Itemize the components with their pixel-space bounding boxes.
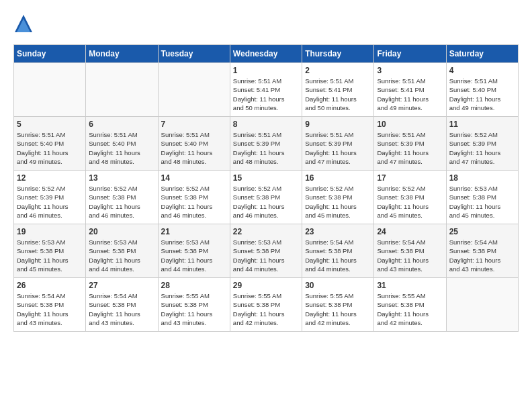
day-number: 15: [233, 173, 299, 183]
header-cell: Monday: [86, 45, 158, 63]
cell-info: Sunrise: 5:54 AM Sunset: 5:38 PM Dayligh…: [305, 238, 371, 273]
day-number: 13: [89, 173, 154, 183]
day-number: 22: [233, 227, 299, 236]
day-number: 25: [449, 227, 515, 236]
day-number: 20: [89, 227, 154, 236]
cell-info: Sunrise: 5:51 AM Sunset: 5:40 PM Dayligh…: [161, 130, 227, 166]
calendar-cell: 3Sunrise: 5:51 AM Sunset: 5:41 PM Daylig…: [374, 63, 446, 117]
cell-info: Sunrise: 5:52 AM Sunset: 5:38 PM Dayligh…: [89, 184, 154, 220]
calendar-cell: 17Sunrise: 5:52 AM Sunset: 5:38 PM Dayli…: [374, 171, 446, 224]
calendar-cell: 20Sunrise: 5:53 AM Sunset: 5:38 PM Dayli…: [86, 224, 158, 278]
header-row: SundayMondayTuesdayWednesdayThursdayFrid…: [14, 45, 519, 63]
header-cell: Tuesday: [158, 45, 230, 63]
calendar-cell: 11Sunrise: 5:52 AM Sunset: 5:39 PM Dayli…: [446, 117, 518, 171]
calendar-cell: 12Sunrise: 5:52 AM Sunset: 5:39 PM Dayli…: [14, 171, 86, 224]
cell-info: Sunrise: 5:51 AM Sunset: 5:39 PM Dayligh…: [377, 130, 443, 166]
calendar-cell: 18Sunrise: 5:53 AM Sunset: 5:38 PM Dayli…: [446, 171, 518, 224]
day-number: 19: [17, 227, 83, 236]
header-cell: Saturday: [446, 45, 518, 63]
day-number: 1: [233, 66, 299, 75]
day-number: 11: [449, 120, 515, 129]
header-cell: Sunday: [14, 45, 86, 63]
calendar-cell: 1Sunrise: 5:51 AM Sunset: 5:41 PM Daylig…: [230, 63, 302, 117]
calendar-week-row: 26Sunrise: 5:54 AM Sunset: 5:38 PM Dayli…: [14, 278, 519, 332]
day-number: 16: [305, 173, 371, 183]
calendar-cell: 28Sunrise: 5:55 AM Sunset: 5:38 PM Dayli…: [158, 278, 230, 332]
calendar-table: SundayMondayTuesdayWednesdayThursdayFrid…: [13, 44, 519, 332]
calendar-cell: 10Sunrise: 5:51 AM Sunset: 5:39 PM Dayli…: [374, 117, 446, 171]
day-number: 29: [233, 281, 299, 290]
calendar-cell: 8Sunrise: 5:51 AM Sunset: 5:39 PM Daylig…: [230, 117, 302, 171]
cell-info: Sunrise: 5:55 AM Sunset: 5:38 PM Dayligh…: [233, 291, 299, 327]
cell-info: Sunrise: 5:53 AM Sunset: 5:38 PM Dayligh…: [17, 238, 83, 273]
cell-info: Sunrise: 5:51 AM Sunset: 5:41 PM Dayligh…: [305, 77, 371, 112]
day-number: 8: [233, 120, 299, 129]
cell-info: Sunrise: 5:52 AM Sunset: 5:39 PM Dayligh…: [449, 130, 515, 166]
day-number: 30: [305, 281, 371, 290]
cell-info: Sunrise: 5:54 AM Sunset: 5:38 PM Dayligh…: [449, 238, 515, 273]
cell-info: Sunrise: 5:51 AM Sunset: 5:40 PM Dayligh…: [89, 130, 154, 166]
calendar-cell: 22Sunrise: 5:53 AM Sunset: 5:38 PM Dayli…: [230, 224, 302, 278]
calendar-cell: 24Sunrise: 5:54 AM Sunset: 5:38 PM Dayli…: [374, 224, 446, 278]
cell-info: Sunrise: 5:54 AM Sunset: 5:38 PM Dayligh…: [377, 238, 443, 273]
calendar-cell: 14Sunrise: 5:52 AM Sunset: 5:38 PM Dayli…: [158, 171, 230, 224]
cell-info: Sunrise: 5:54 AM Sunset: 5:38 PM Dayligh…: [89, 291, 154, 327]
calendar-cell: 23Sunrise: 5:54 AM Sunset: 5:38 PM Dayli…: [302, 224, 374, 278]
header-cell: Friday: [374, 45, 446, 63]
calendar-body: 1Sunrise: 5:51 AM Sunset: 5:41 PM Daylig…: [14, 63, 519, 332]
calendar-cell: 19Sunrise: 5:53 AM Sunset: 5:38 PM Dayli…: [14, 224, 86, 278]
day-number: 5: [17, 120, 83, 129]
day-number: 31: [377, 281, 443, 290]
day-number: 12: [17, 173, 83, 183]
cell-info: Sunrise: 5:51 AM Sunset: 5:39 PM Dayligh…: [305, 130, 371, 166]
day-number: 18: [449, 173, 515, 183]
day-number: 27: [89, 281, 154, 290]
day-number: 24: [377, 227, 443, 236]
day-number: 14: [161, 173, 227, 183]
day-number: 9: [305, 120, 371, 129]
day-number: 2: [305, 66, 371, 75]
calendar-week-row: 12Sunrise: 5:52 AM Sunset: 5:39 PM Dayli…: [14, 171, 519, 224]
cell-info: Sunrise: 5:53 AM Sunset: 5:38 PM Dayligh…: [233, 238, 299, 273]
calendar-cell: 21Sunrise: 5:53 AM Sunset: 5:38 PM Dayli…: [158, 224, 230, 278]
day-number: 10: [377, 120, 443, 129]
calendar-cell: [14, 63, 86, 117]
day-number: 23: [305, 227, 371, 236]
cell-info: Sunrise: 5:52 AM Sunset: 5:38 PM Dayligh…: [233, 184, 299, 220]
day-number: 26: [17, 281, 83, 290]
calendar-cell: 2Sunrise: 5:51 AM Sunset: 5:41 PM Daylig…: [302, 63, 374, 117]
day-number: 6: [89, 120, 154, 129]
cell-info: Sunrise: 5:52 AM Sunset: 5:39 PM Dayligh…: [17, 184, 83, 220]
header-cell: Thursday: [302, 45, 374, 63]
calendar-cell: 9Sunrise: 5:51 AM Sunset: 5:39 PM Daylig…: [302, 117, 374, 171]
calendar-cell: 31Sunrise: 5:55 AM Sunset: 5:38 PM Dayli…: [374, 278, 446, 332]
calendar-cell: 29Sunrise: 5:55 AM Sunset: 5:38 PM Dayli…: [230, 278, 302, 332]
cell-info: Sunrise: 5:51 AM Sunset: 5:40 PM Dayligh…: [449, 77, 515, 112]
cell-info: Sunrise: 5:51 AM Sunset: 5:41 PM Dayligh…: [233, 77, 299, 112]
cell-info: Sunrise: 5:53 AM Sunset: 5:38 PM Dayligh…: [161, 238, 227, 273]
day-number: 21: [161, 227, 227, 236]
page-header: [13, 13, 519, 34]
day-number: 7: [161, 120, 227, 129]
cell-info: Sunrise: 5:51 AM Sunset: 5:40 PM Dayligh…: [17, 130, 83, 166]
day-number: 28: [161, 281, 227, 290]
calendar-cell: 30Sunrise: 5:55 AM Sunset: 5:38 PM Dayli…: [302, 278, 374, 332]
day-number: 3: [377, 66, 443, 75]
calendar-week-row: 5Sunrise: 5:51 AM Sunset: 5:40 PM Daylig…: [14, 117, 519, 171]
cell-info: Sunrise: 5:55 AM Sunset: 5:38 PM Dayligh…: [161, 291, 227, 327]
cell-info: Sunrise: 5:54 AM Sunset: 5:38 PM Dayligh…: [17, 291, 83, 327]
calendar-cell: 13Sunrise: 5:52 AM Sunset: 5:38 PM Dayli…: [86, 171, 158, 224]
calendar-cell: 5Sunrise: 5:51 AM Sunset: 5:40 PM Daylig…: [14, 117, 86, 171]
cell-info: Sunrise: 5:53 AM Sunset: 5:38 PM Dayligh…: [449, 184, 515, 220]
cell-info: Sunrise: 5:53 AM Sunset: 5:38 PM Dayligh…: [89, 238, 154, 273]
calendar-cell: 6Sunrise: 5:51 AM Sunset: 5:40 PM Daylig…: [86, 117, 158, 171]
cell-info: Sunrise: 5:51 AM Sunset: 5:41 PM Dayligh…: [377, 77, 443, 112]
day-number: 4: [449, 66, 515, 75]
calendar-cell: 7Sunrise: 5:51 AM Sunset: 5:40 PM Daylig…: [158, 117, 230, 171]
cell-info: Sunrise: 5:52 AM Sunset: 5:38 PM Dayligh…: [377, 184, 443, 220]
cell-info: Sunrise: 5:52 AM Sunset: 5:38 PM Dayligh…: [305, 184, 371, 220]
calendar-cell: 25Sunrise: 5:54 AM Sunset: 5:38 PM Dayli…: [446, 224, 518, 278]
header-cell: Wednesday: [230, 45, 302, 63]
calendar-cell: 27Sunrise: 5:54 AM Sunset: 5:38 PM Dayli…: [86, 278, 158, 332]
cell-info: Sunrise: 5:55 AM Sunset: 5:38 PM Dayligh…: [305, 291, 371, 327]
